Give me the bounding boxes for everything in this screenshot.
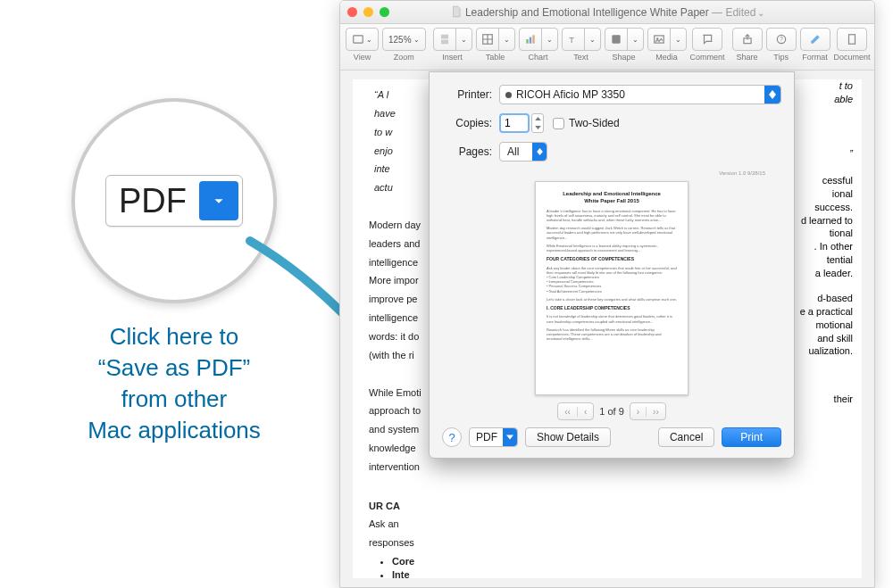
toolbar: ⌄ View 125%⌄ Zoom ⌄ Insert ⌄ Table ⌄ Cha… bbox=[340, 24, 874, 70]
next-page-buttons[interactable]: ››› bbox=[630, 402, 666, 420]
svg-rect-1 bbox=[440, 35, 447, 39]
toolbar-label: Insert bbox=[442, 53, 463, 62]
cancel-button[interactable]: Cancel bbox=[658, 427, 714, 447]
chart-icon bbox=[524, 33, 537, 46]
preview-page: Leadership and Emotional IntelligenceWhi… bbox=[535, 181, 689, 395]
two-sided-label: Two-Sided bbox=[569, 117, 620, 129]
toolbar-label: Chart bbox=[529, 53, 548, 62]
svg-text:T: T bbox=[569, 36, 574, 45]
page-navigation: ‹‹‹ 1 of 9 ››› bbox=[442, 402, 781, 420]
toolbar-label: Table bbox=[486, 53, 505, 62]
media-button[interactable]: ⌄ bbox=[647, 28, 687, 51]
page-break-icon bbox=[438, 33, 451, 46]
view-icon bbox=[352, 33, 364, 46]
help-button[interactable]: ? bbox=[442, 427, 462, 447]
window-title: Leadership and Emotional Intelligence Wh… bbox=[340, 5, 874, 19]
tips-button[interactable]: ? bbox=[766, 28, 797, 51]
chevron-updown-icon bbox=[764, 86, 780, 104]
toolbar-label: Tips bbox=[773, 53, 789, 62]
svg-rect-16 bbox=[849, 35, 855, 45]
share-button[interactable] bbox=[732, 28, 763, 51]
text-icon: T bbox=[567, 33, 580, 46]
svg-text:?: ? bbox=[780, 36, 783, 42]
chevron-updown-icon bbox=[532, 143, 547, 161]
view-button[interactable]: ⌄ bbox=[346, 28, 379, 51]
print-preview: Leadership and Emotional IntelligenceWhi… bbox=[527, 181, 697, 395]
toolbar-label: Shape bbox=[613, 53, 636, 62]
list-item: Core bbox=[392, 555, 846, 568]
svg-rect-10 bbox=[612, 35, 620, 43]
svg-rect-7 bbox=[529, 37, 530, 44]
prev-page-buttons[interactable]: ‹‹‹ bbox=[557, 402, 594, 420]
two-sided-checkbox[interactable] bbox=[553, 118, 564, 129]
callout-magnifier: PDF bbox=[71, 98, 277, 303]
share-icon bbox=[741, 33, 754, 46]
table-icon bbox=[481, 33, 494, 46]
tips-icon: ? bbox=[775, 33, 788, 46]
text-button[interactable]: T⌄ bbox=[562, 28, 601, 51]
svg-rect-2 bbox=[440, 40, 447, 45]
printer-label: Printer: bbox=[442, 88, 492, 101]
toolbar-label: Document bbox=[834, 53, 871, 62]
preview-version: Version 1.0 9/28/15 bbox=[442, 170, 765, 176]
svg-rect-8 bbox=[532, 35, 534, 43]
toolbar-label: View bbox=[354, 53, 371, 62]
shape-button[interactable]: ⌄ bbox=[605, 28, 644, 51]
document-icon bbox=[846, 33, 858, 46]
list-item: Inte bbox=[392, 568, 846, 578]
pages-value: All bbox=[507, 145, 519, 158]
chevron-down-icon bbox=[503, 428, 517, 446]
printer-status-icon bbox=[505, 92, 512, 98]
media-icon bbox=[653, 33, 665, 46]
toolbar-label: Comment bbox=[690, 53, 725, 62]
printer-select[interactable]: RICOH Aficio MP 3350 bbox=[499, 85, 781, 104]
printer-value: RICOH Aficio MP 3350 bbox=[516, 88, 625, 101]
pdf-label: PDF bbox=[476, 431, 497, 443]
insert-button[interactable]: ⌄ bbox=[433, 28, 472, 51]
pdf-dropdown[interactable]: PDF bbox=[469, 427, 518, 447]
zoom-select[interactable]: 125%⌄ bbox=[382, 28, 426, 51]
print-dialog: Printer: RICOH Aficio MP 3350 Copies: Tw… bbox=[429, 71, 795, 459]
format-button[interactable] bbox=[800, 28, 830, 51]
svg-rect-6 bbox=[526, 39, 528, 44]
show-details-button[interactable]: Show Details bbox=[525, 427, 611, 447]
titlebar[interactable]: Leadership and Emotional Intelligence Wh… bbox=[340, 1, 874, 24]
comment-button[interactable] bbox=[692, 28, 722, 51]
callout-pdf-label: PDF bbox=[119, 182, 199, 220]
document-button[interactable] bbox=[837, 28, 867, 51]
pages-label: Pages: bbox=[442, 145, 492, 158]
table-button[interactable]: ⌄ bbox=[476, 28, 515, 51]
chevron-down-icon bbox=[199, 181, 238, 220]
toolbar-label: Media bbox=[655, 53, 678, 62]
format-icon bbox=[809, 33, 822, 46]
svg-rect-0 bbox=[354, 36, 363, 43]
comment-icon bbox=[701, 33, 714, 46]
toolbar-label: Text bbox=[573, 53, 588, 62]
print-button[interactable]: Print bbox=[722, 427, 781, 447]
callout-annotation: PDF Click here to “Save as PDF” from oth… bbox=[45, 98, 304, 446]
toolbar-label: Format bbox=[802, 53, 828, 62]
copies-input[interactable] bbox=[499, 113, 530, 133]
document-icon bbox=[450, 5, 463, 18]
toolbar-label: Share bbox=[737, 53, 758, 62]
callout-instruction-text: Click here to “Save as PDF” from other M… bbox=[45, 321, 304, 446]
copies-stepper[interactable] bbox=[531, 113, 544, 133]
copies-label: Copies: bbox=[442, 117, 492, 129]
page-counter: 1 of 9 bbox=[599, 406, 624, 417]
chart-button[interactable]: ⌄ bbox=[519, 28, 558, 51]
pages-select[interactable]: All bbox=[499, 142, 547, 161]
callout-pdf-button: PDF bbox=[105, 175, 243, 227]
toolbar-label: Zoom bbox=[394, 53, 414, 62]
shape-icon bbox=[610, 33, 622, 46]
